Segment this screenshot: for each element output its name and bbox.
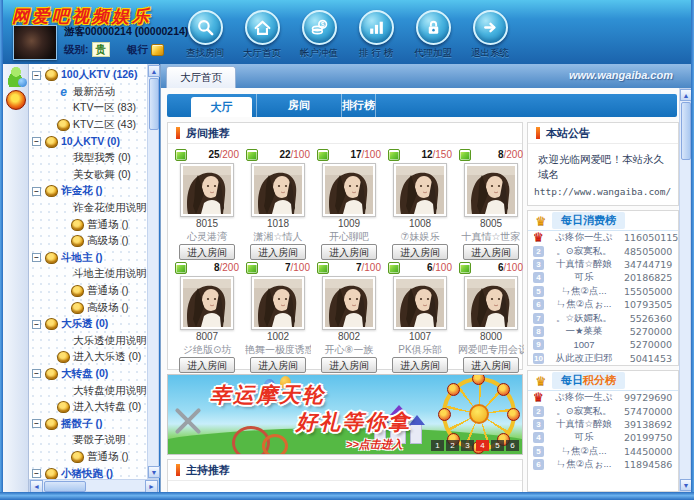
home-icon[interactable]: [245, 10, 280, 45]
user-avatar[interactable]: [13, 25, 57, 60]
agent-button[interactable]: 代理加盟: [411, 10, 455, 60]
tree-scroll-thumb[interactable]: [149, 78, 159, 130]
room-card[interactable]: 12/150 1008 ⑦妹娱乐 进入房间: [387, 147, 453, 257]
enter-room-button[interactable]: 进入房间: [250, 357, 306, 373]
scroll-down-icon[interactable]: ▼: [148, 466, 160, 478]
find-room-button[interactable]: 查找房间: [183, 10, 227, 60]
sidebar-item[interactable]: − 高级场 (): [29, 299, 147, 316]
tree-vertical-scrollbar[interactable]: ▲ ▼: [147, 64, 159, 479]
lock-icon[interactable]: [416, 10, 451, 45]
sidebar-item[interactable]: − 诈金花 (): [29, 183, 147, 200]
tree-hscroll-thumb[interactable]: [44, 481, 86, 492]
banner-page-dot[interactable]: 1: [431, 440, 444, 451]
sidebar-item[interactable]: − 10人KTV (0): [29, 133, 147, 150]
nav-tab[interactable]: 大厅: [167, 94, 257, 117]
banner-cta[interactable]: >>点击进入: [346, 437, 403, 452]
sidebar-item[interactable]: − 大乐透使用说明: [29, 333, 147, 350]
room-card[interactable]: 7/100 8002 开心⑧一族 进入房间: [316, 260, 382, 370]
room-card[interactable]: 7/100 1002 艳舞一极度诱惑 进入房间: [245, 260, 311, 370]
main-scroll-thumb[interactable]: [681, 102, 691, 160]
tab-lobby-home[interactable]: 大厅首页: [166, 66, 236, 88]
flame-icon[interactable]: [6, 90, 26, 110]
sidebar-item[interactable]: − 100人KTV (126): [29, 67, 147, 84]
recharge-button[interactable]: $ 帐户冲值: [297, 10, 341, 60]
sidebar-item[interactable]: − 普通场 (): [29, 216, 147, 233]
room-card[interactable]: 8/200 8005 十真情☆世家 进入房间: [458, 147, 524, 257]
exit-icon[interactable]: [473, 10, 508, 45]
room-card[interactable]: 22/100 1018 潇湘☆情人 进入房间: [245, 147, 311, 257]
room-photo[interactable]: [251, 163, 305, 217]
room-photo[interactable]: [322, 276, 376, 330]
messenger-icon[interactable]: [6, 67, 26, 87]
nav-tab[interactable]: 排行榜: [342, 94, 376, 117]
enter-room-button[interactable]: 进入房间: [392, 357, 448, 373]
sidebar-item[interactable]: − 普通场 (): [29, 283, 147, 300]
enter-room-button[interactable]: 进入房间: [463, 357, 519, 373]
search-icon[interactable]: [188, 10, 223, 45]
enter-room-button[interactable]: 进入房间: [179, 244, 235, 260]
room-photo[interactable]: [251, 276, 305, 330]
sidebar-item[interactable]: − 进入大乐透 (0): [29, 349, 147, 366]
enter-room-button[interactable]: 进入房间: [250, 244, 306, 260]
main-vertical-scrollbar[interactable]: ▲ ▼: [679, 88, 691, 492]
sidebar-item[interactable]: − KTV二区 (43): [29, 117, 147, 134]
room-photo[interactable]: [393, 276, 447, 330]
sidebar-item[interactable]: − 进入大转盘 (0): [29, 399, 147, 416]
collapse-icon[interactable]: −: [32, 187, 41, 196]
collapse-icon[interactable]: −: [32, 320, 41, 329]
sidebar-item[interactable]: − 斗地主 (): [29, 250, 147, 267]
banner-page-dot[interactable]: 4: [476, 440, 489, 451]
room-photo[interactable]: [393, 163, 447, 217]
collapse-icon[interactable]: −: [32, 71, 41, 80]
bank-link[interactable]: 银行: [127, 43, 148, 57]
sidebar-item[interactable]: − 最新活动: [29, 84, 147, 101]
sidebar-item[interactable]: − 高级场 (): [29, 233, 147, 250]
sidebar-item[interactable]: − 斗地主使用说明: [29, 266, 147, 283]
room-photo[interactable]: [464, 163, 518, 217]
lobby-home-button[interactable]: 大厅首页: [240, 10, 284, 60]
room-card[interactable]: 17/100 1009 开心聊吧 进入房间: [316, 147, 382, 257]
tree-horizontal-scrollbar[interactable]: ◄ ►: [29, 479, 159, 492]
bar-chart-icon[interactable]: [359, 10, 394, 45]
banner-page-dot[interactable]: 3: [461, 440, 474, 451]
sidebar-item[interactable]: − 要骰子说明: [29, 432, 147, 449]
sidebar-item[interactable]: − 美女歌舞 (0): [29, 167, 147, 184]
room-photo[interactable]: [464, 276, 518, 330]
sidebar-item[interactable]: − 普通场 (): [29, 449, 147, 466]
scroll-up-icon[interactable]: ▲: [148, 65, 160, 77]
enter-room-button[interactable]: 进入房间: [463, 244, 519, 260]
room-card[interactable]: 8/200 8007 ジ绝版⊙坊 进入房间: [174, 260, 240, 370]
exit-button[interactable]: 退出系统: [468, 10, 512, 60]
enter-room-button[interactable]: 进入房间: [179, 357, 235, 373]
room-photo[interactable]: [180, 276, 234, 330]
enter-room-button[interactable]: 进入房间: [392, 244, 448, 260]
collapse-icon[interactable]: −: [32, 469, 41, 478]
sidebar-item[interactable]: − 大转盘 (0): [29, 366, 147, 383]
banner-page-dot[interactable]: 5: [491, 440, 504, 451]
sidebar-item[interactable]: − 摇骰子 (): [29, 415, 147, 432]
sidebar-item[interactable]: − 大乐透 (0): [29, 316, 147, 333]
banner-page-dot[interactable]: 6: [506, 440, 519, 451]
room-card[interactable]: 6/100 8000 网爱吧专用会议 进入房间: [458, 260, 524, 370]
collapse-icon[interactable]: −: [32, 253, 41, 262]
collapse-icon[interactable]: −: [32, 419, 41, 428]
ranking-button[interactable]: 排 行 榜: [354, 10, 398, 60]
sidebar-item[interactable]: − KTV一区 (83): [29, 100, 147, 117]
room-card[interactable]: 6/100 1007 PK俱乐部 进入房间: [387, 260, 453, 370]
sidebar-item[interactable]: − 小猪快跑 (): [29, 465, 147, 479]
coins-icon[interactable]: $: [302, 10, 337, 45]
enter-room-button[interactable]: 进入房间: [321, 244, 377, 260]
banner-page-dot[interactable]: 2: [446, 440, 459, 451]
enter-room-button[interactable]: 进入房间: [321, 357, 377, 373]
room-card[interactable]: 25/200 8015 心灵港湾 进入房间: [174, 147, 240, 257]
sidebar-item[interactable]: − 我型我秀 (0): [29, 150, 147, 167]
room-photo[interactable]: [180, 163, 234, 217]
promo-banner[interactable]: 幸运摩天轮 好礼等你拿 >>点击进入 1 2 3 4 5 6: [167, 374, 523, 455]
sidebar-item[interactable]: − 诈金花使用说明: [29, 200, 147, 217]
room-photo[interactable]: [322, 163, 376, 217]
sidebar-item[interactable]: − 大转盘使用说明: [29, 382, 147, 399]
collapse-icon[interactable]: −: [32, 137, 41, 146]
nav-tab[interactable]: 房间: [257, 94, 342, 117]
gold-icon[interactable]: [151, 44, 164, 56]
notice-url[interactable]: http://www.wangaiba.com/: [528, 184, 678, 197]
